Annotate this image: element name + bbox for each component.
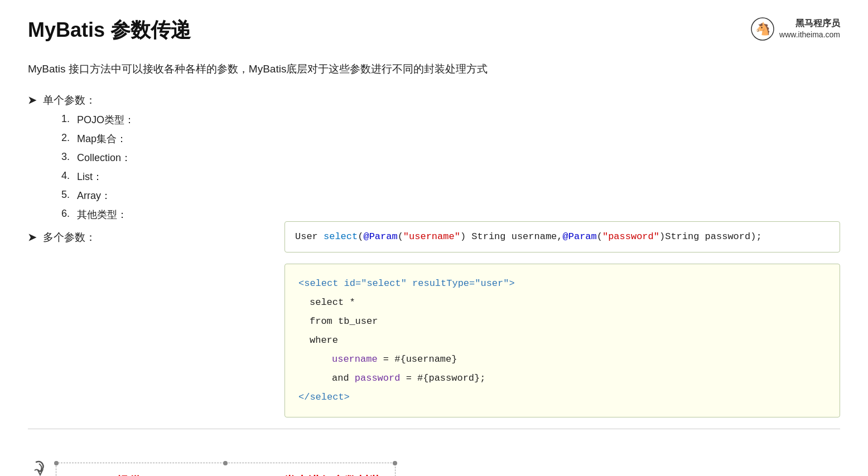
method-code-box: User select(@Param("username") String us… [284, 221, 840, 252]
sql-line-username: username = #{username} [298, 350, 826, 369]
list-item: 6. 其他类型： [61, 208, 268, 221]
multi-param-section: ➤ 多个参数： [28, 230, 268, 245]
code-method-user: User [295, 231, 324, 242]
sql-line-where: where [298, 331, 826, 350]
page-title: MyBatis 参数传递 [28, 17, 191, 44]
svg-text:🐴: 🐴 [755, 21, 771, 36]
logo-text: 黑马程序员 www.itheima.com [779, 17, 840, 41]
single-param-section: ➤ 单个参数： 1. POJO类型： 2. Map集合： 3. Collecti… [28, 93, 268, 221]
list-item: 3. Collection： [61, 151, 268, 164]
annotation-row: MyBatis提供了 ParamNameResolver 类来进行参数封装 [28, 440, 840, 476]
main-content: ➤ 单个参数： 1. POJO类型： 2. Map集合： 3. Collecti… [28, 93, 840, 417]
page-header: MyBatis 参数传递 🐴 黑马程序员 www.itheima.com [28, 17, 840, 44]
sql-line-password: and password = #{password}; [298, 369, 826, 388]
code-method-select: select [324, 231, 358, 242]
multi-param-bullet: ➤ 多个参数： [28, 230, 268, 245]
corner-dot-tr [393, 461, 397, 465]
description-text: MyBatis 接口方法中可以接收各种各样的参数，MyBatis底层对于这些参数… [28, 61, 840, 77]
cursor-icon [28, 459, 50, 476]
list-item: 1. POJO类型： [61, 113, 268, 127]
single-param-bullet: ➤ 单个参数： [28, 93, 268, 108]
bullet-arrow-single: ➤ [28, 94, 36, 106]
list-item: 2. Map集合： [61, 132, 268, 145]
left-panel: ➤ 单个参数： 1. POJO类型： 2. Map集合： 3. Collecti… [28, 93, 268, 417]
annotation-box: MyBatis提供了 ParamNameResolver 类来进行参数封装 [56, 463, 396, 476]
numbered-list: 1. POJO类型： 2. Map集合： 3. Collection： 4. L… [61, 113, 268, 221]
divider-line [28, 429, 840, 429]
sql-line-tag-close: </select> [298, 388, 826, 407]
annotation-area: MyBatis提供了 ParamNameResolver 类来进行参数封装 [28, 429, 840, 476]
sql-code-box: <select id="select" resultType="user"> s… [284, 264, 840, 417]
logo-icon: 🐴 [750, 17, 775, 41]
corner-dot-tm [223, 461, 228, 465]
logo-area: 🐴 黑马程序员 www.itheima.com [750, 17, 840, 41]
sql-line-select: select * [298, 293, 826, 312]
corner-dot-tl [54, 461, 59, 465]
sql-line-from: from tb_user [298, 312, 826, 331]
list-item: 4. List： [61, 170, 268, 183]
right-panel: User select(@Param("username") String us… [284, 93, 840, 417]
list-item: 5. Array： [61, 189, 268, 202]
multi-param-label: 多个参数： [43, 230, 96, 245]
bullet-arrow-multi: ➤ [28, 231, 36, 244]
sql-line-tag-open: <select id="select" resultType="user"> [298, 274, 826, 293]
single-param-label: 单个参数： [43, 93, 96, 108]
